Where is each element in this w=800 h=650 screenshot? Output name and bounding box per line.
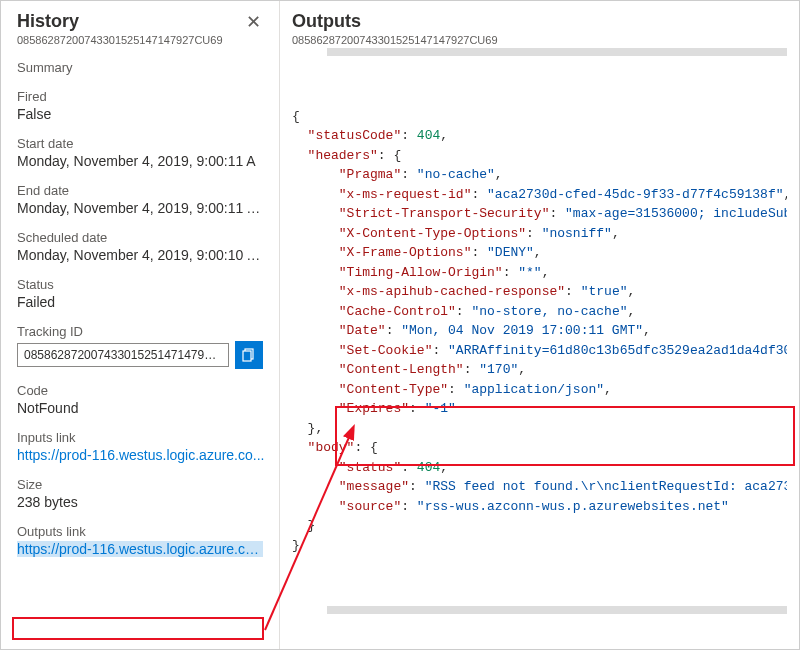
summary-heading: Summary [17, 60, 263, 75]
inputs-link[interactable]: https://prod-116.westus.logic.azure.co..… [17, 447, 264, 463]
end-date-label: End date [17, 183, 263, 198]
outputs-title: Outputs [292, 11, 787, 32]
start-date-value: Monday, November 4, 2019, 9:00:11 A [17, 153, 263, 169]
fired-value: False [17, 106, 263, 122]
close-icon[interactable]: ✕ [244, 11, 263, 33]
history-panel: History 08586287200743301525147147927CU6… [1, 1, 280, 649]
fired-label: Fired [17, 89, 263, 104]
history-title: History [17, 11, 223, 32]
copy-icon[interactable] [235, 341, 263, 369]
scrollbar-top[interactable] [327, 48, 787, 56]
scheduled-date-value: Monday, November 4, 2019, 9:00:10 A... [17, 247, 263, 263]
tracking-id-field[interactable]: 085862872007433015251471479… [17, 343, 229, 367]
code-label: Code [17, 383, 263, 398]
outputs-link-label: Outputs link [17, 524, 263, 539]
status-label: Status [17, 277, 263, 292]
tracking-id-label: Tracking ID [17, 324, 263, 339]
outputs-json[interactable]: { "statusCode": 404, "headers": { "Pragm… [292, 48, 787, 614]
scrollbar-bottom[interactable] [327, 606, 787, 614]
history-run-id: 08586287200743301525147147927CU69 [17, 34, 223, 46]
size-value: 238 bytes [17, 494, 263, 510]
end-date-value: Monday, November 4, 2019, 9:00:11 A... [17, 200, 263, 216]
start-date-label: Start date [17, 136, 263, 151]
inputs-link-label: Inputs link [17, 430, 263, 445]
size-label: Size [17, 477, 263, 492]
status-value: Failed [17, 294, 263, 310]
outputs-panel: Outputs 08586287200743301525147147927CU6… [280, 1, 799, 649]
outputs-link[interactable]: https://prod-116.westus.logic.azure.co..… [17, 541, 263, 557]
code-value: NotFound [17, 400, 263, 416]
svg-rect-1 [243, 351, 251, 361]
outputs-run-id: 08586287200743301525147147927CU69 [292, 34, 787, 46]
scheduled-date-label: Scheduled date [17, 230, 263, 245]
